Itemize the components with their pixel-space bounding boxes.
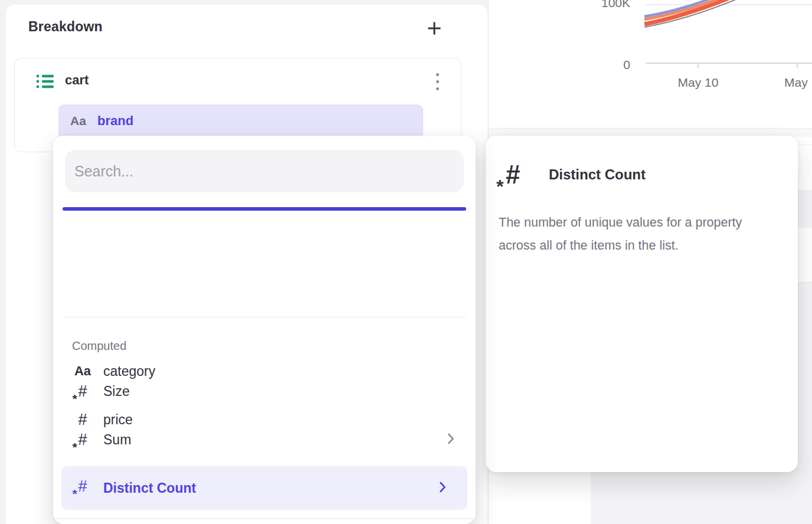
dropdown-divider [53,518,476,519]
chevron-right-icon [439,482,446,495]
chevron-right-icon [447,433,454,447]
property-dropdown: Aa category # price Computed #* Size #* … [53,136,476,524]
breakdown-section-title: Breakdown [28,19,103,35]
group-header-cart[interactable]: cart [15,58,461,104]
computed-number-icon: #* [506,162,520,188]
search-input[interactable] [65,150,464,192]
group-options-button[interactable] [430,71,444,92]
computed-option-distinct-count[interactable]: #* Distinct Count [61,466,467,510]
app-root: Breakdown cart [0,0,812,524]
selected-property-chip-brand[interactable]: Aa brand [58,104,423,140]
dropdown-divider [63,317,466,317]
x-tick-label-may10: May 10 [678,76,719,89]
y-tick-label-100k: 100K [601,0,630,9]
series-line-salmon [644,0,766,19]
y-tick-label-0: 0 [623,58,630,71]
tooltip-description: The number of unique values for a proper… [499,211,781,257]
property-description-tooltip: #* Distinct Count The number of unique v… [486,136,798,472]
computed-number-icon: #* [68,371,97,411]
active-tab-indicator [63,207,466,211]
computed-option-size[interactable]: #* Size [53,371,476,411]
selected-property-label: brand [97,113,133,129]
plus-icon [426,20,443,38]
list-icon [35,72,54,93]
computed-number-icon: #* [68,466,97,506]
line-chart: 100K 0 May 10 May 1 [489,0,812,130]
group-name: cart [65,73,89,88]
kebab-icon [436,73,439,76]
computed-option-sum[interactable]: #* Sum [53,420,476,460]
text-type-icon: Aa [70,114,86,128]
computed-number-icon: #* [68,420,97,460]
add-breakdown-button[interactable] [424,19,445,39]
tooltip-title: Distinct Count [549,166,646,183]
computed-section-label: Computed [72,339,126,353]
x-tick-label-may1x: May 1 [784,76,812,89]
